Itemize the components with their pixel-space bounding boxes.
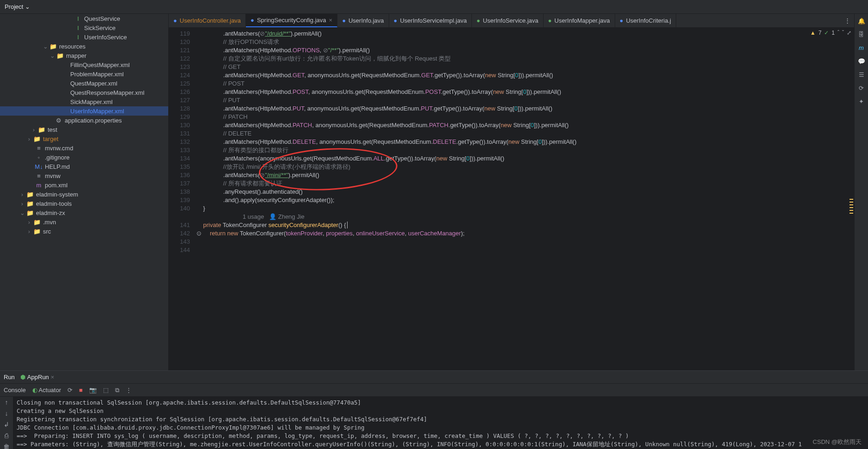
class-icon: ● — [477, 17, 480, 24]
expand-icon[interactable]: ⤢ — [847, 30, 851, 36]
stop-icon[interactable]: ■ — [79, 387, 83, 394]
close-icon[interactable]: × — [329, 17, 333, 24]
tree-item[interactable]: ◦.gitignore — [0, 153, 168, 162]
caret-up-icon[interactable]: ˆ — [837, 30, 839, 36]
database-icon[interactable]: 🗄 — [858, 31, 864, 38]
chevron-right-icon[interactable]: › — [25, 219, 33, 226]
tree-item[interactable]: ›📁.mvn — [0, 217, 168, 227]
tree-item-label: src — [43, 228, 51, 235]
tree-item[interactable]: ≡mvnw — [0, 171, 168, 180]
tree-item[interactable]: QuestResponseMapper.xml — [0, 88, 168, 97]
tree-item[interactable]: ProblemMapper.xml — [0, 69, 168, 79]
console-body: ↑ ↓ ↲ ⎙ 🗑 Closing non transactional SqlS… — [0, 397, 868, 449]
tab-label: SpringSecurityConfig.java — [257, 17, 326, 24]
leaf-icon: ⬢ — [20, 374, 25, 381]
wrap-icon[interactable]: ↲ — [4, 421, 9, 428]
file-icon: I — [74, 34, 82, 41]
tree-item[interactable]: FillinQuestMapper.xml — [0, 60, 168, 69]
endpoints-icon[interactable]: 💬 — [858, 58, 865, 65]
tab-label: UserInfoCriteria.j — [626, 17, 671, 24]
tree-item-label: test — [48, 126, 57, 133]
tree-item[interactable]: IUserInfoService — [0, 32, 168, 42]
chevron-right-icon[interactable]: › — [18, 191, 26, 198]
tree-item-label: SickMapper.xml — [70, 98, 113, 105]
file-icon: ⚙ — [55, 117, 63, 124]
tree-item[interactable]: ⌄📁mapper — [0, 51, 168, 60]
chevron-right-icon[interactable]: › — [18, 200, 26, 207]
more-tabs-icon[interactable]: ⋮ — [844, 17, 850, 24]
chevron-right-icon[interactable]: › — [25, 228, 33, 235]
close-icon[interactable]: × — [51, 374, 55, 381]
editor-tab[interactable]: ●UserInfoCriteria.j — [615, 14, 676, 27]
run-tab[interactable]: Run — [4, 374, 15, 381]
editor-status: ▲ 7 ✓ 1 ˆ ˇ ⤢ — [810, 30, 851, 36]
caret-down-icon[interactable]: ˇ — [842, 30, 844, 36]
file-icon: I — [74, 25, 82, 31]
more-icon[interactable]: ⋮ — [126, 387, 132, 394]
console-tab[interactable]: Console — [4, 387, 26, 394]
right-tool-rail: 🔔 🗄 m 💬 ☰ ⟳ ✦ — [854, 14, 868, 370]
tree-item[interactable]: IQuestService — [0, 14, 168, 23]
camera-icon[interactable]: 📷 — [89, 387, 97, 394]
tree-item[interactable]: ⌄📁eladmin-zx — [0, 208, 168, 217]
tree-item-label: mvnw.cmd — [45, 145, 73, 152]
scroll-up-icon[interactable]: ↑ — [5, 399, 8, 406]
class-icon: ● — [394, 17, 397, 24]
tree-item-label: resources — [59, 43, 86, 50]
tree-item[interactable]: mpom.xml — [0, 180, 168, 190]
apprun-tab[interactable]: ⬢ AppRun × — [20, 374, 55, 381]
tree-item[interactable]: ⚙application.properties — [0, 116, 168, 125]
code-content[interactable]: .antMatchers(⊘"/druid/**").permitAll() /… — [196, 28, 854, 370]
maven-icon[interactable]: m — [859, 44, 864, 51]
chevron-down-icon: ⌄ — [25, 3, 30, 10]
console-output[interactable]: Closing non transactional SqlSession [or… — [13, 397, 868, 449]
check-icon[interactable]: ✓ — [824, 30, 829, 36]
editor-tab[interactable]: ●SpringSecurityConfig.java× — [246, 14, 337, 27]
console-gutter: ↑ ↓ ↲ ⎙ 🗑 — [0, 397, 13, 449]
docker-icon[interactable]: ⟳ — [859, 85, 864, 92]
notifications-icon[interactable]: 🔔 — [858, 18, 865, 25]
editor-tab[interactable]: ●UserInfo.java — [337, 14, 389, 27]
tree-item[interactable]: SickMapper.xml — [0, 97, 168, 106]
scroll-down-icon[interactable]: ↓ — [5, 410, 8, 417]
layout-icon[interactable]: ⧉ — [115, 387, 119, 394]
tree-item[interactable]: ISickService — [0, 23, 168, 32]
print-icon[interactable]: ⎙ — [5, 432, 8, 439]
editor-tab[interactable]: ●UserInfoService.java — [472, 14, 544, 27]
chevron-down-icon[interactable]: ⌄ — [18, 209, 26, 216]
tree-item[interactable]: ›📁eladmin-tools — [0, 199, 168, 208]
tree-item[interactable]: ⌄📁resources — [0, 42, 168, 51]
code-editor[interactable]: ▲ 7 ✓ 1 ˆ ˇ ⤢ 11912012112212312412512612… — [169, 28, 854, 370]
tree-item-label: target — [43, 135, 58, 142]
tree-item[interactable]: ›📁src — [0, 227, 168, 236]
minimap[interactable] — [849, 28, 854, 370]
file-icon: I — [74, 15, 82, 22]
rerun-icon[interactable]: ⟳ — [67, 387, 73, 394]
class-icon: ● — [251, 17, 254, 24]
project-tree[interactable]: IQuestServiceISickServiceIUserInfoServic… — [0, 14, 169, 370]
clear-icon[interactable]: 🗑 — [3, 443, 10, 449]
actuator-label: Actuator — [39, 387, 61, 394]
tree-item[interactable]: ›📁target — [0, 134, 168, 143]
project-menu-button[interactable]: Project ⌄ — [5, 3, 30, 10]
class-icon: ● — [342, 17, 346, 24]
chevron-down-icon[interactable]: ⌄ — [42, 43, 49, 50]
tree-item[interactable]: ≡mvnw.cmd — [0, 143, 168, 153]
tree-item[interactable]: M↓HELP.md — [0, 162, 168, 171]
warning-icon[interactable]: ▲ — [810, 30, 816, 36]
tree-item-label: HELP.md — [45, 163, 70, 170]
chevron-right-icon[interactable]: › — [25, 135, 33, 142]
tree-item[interactable]: QuestMapper.xml — [0, 79, 168, 88]
tree-item[interactable]: UserInfoMapper.xml — [0, 106, 168, 116]
beans-icon[interactable]: ✦ — [859, 98, 864, 105]
aws-icon[interactable]: ☰ — [859, 71, 864, 78]
chevron-down-icon[interactable]: ⌄ — [49, 52, 56, 59]
tree-item[interactable]: ›📁test — [0, 125, 168, 134]
filter-icon[interactable]: ⬚ — [103, 387, 109, 394]
actuator-tab[interactable]: ◐ Actuator — [32, 387, 61, 394]
editor-tab[interactable]: ●UserInfoController.java — [169, 14, 246, 27]
editor-tab[interactable]: ●UserInfoMapper.java — [544, 14, 615, 27]
editor-tab[interactable]: ●UserInfoServiceImpl.java — [389, 14, 472, 27]
tree-item[interactable]: ›📁eladmin-system — [0, 190, 168, 199]
chevron-right-icon[interactable]: › — [30, 126, 37, 133]
